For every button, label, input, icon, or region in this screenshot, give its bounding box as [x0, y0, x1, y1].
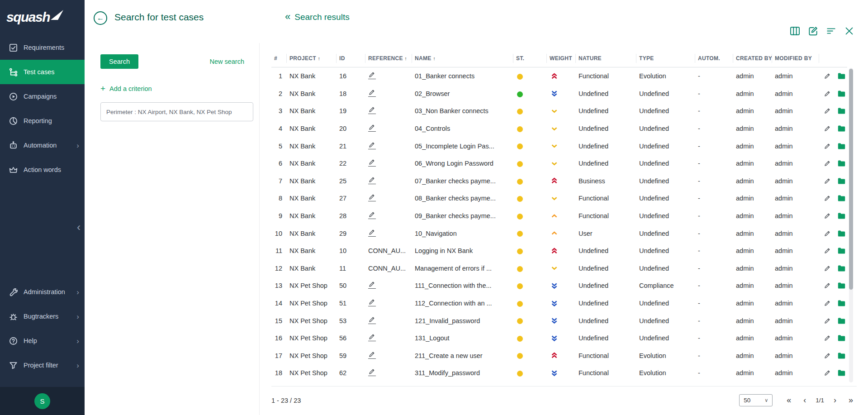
edit-reference-icon[interactable]	[368, 142, 376, 149]
cell-reference[interactable]	[365, 72, 412, 81]
sidebar-item-action-words[interactable]: Action words	[0, 157, 85, 182]
edit-reference-icon[interactable]	[368, 176, 376, 184]
table-scrollbar[interactable]	[849, 68, 853, 382]
table-row[interactable]: 10 NX Bank 29 10_Navigation User Undefin…	[271, 224, 847, 242]
edit-row-icon[interactable]	[824, 160, 830, 167]
sidebar-collapse-icon[interactable]: ‹	[77, 222, 81, 233]
edit-reference-icon[interactable]	[368, 334, 376, 341]
cell-name[interactable]: 02_Browser	[412, 90, 513, 97]
cell-reference[interactable]	[365, 316, 412, 325]
cell-name[interactable]: 211_Create a new user	[412, 352, 513, 359]
edit-row-icon[interactable]	[824, 125, 830, 132]
table-row[interactable]: 1 NX Bank 16 01_Banker connects Function…	[271, 67, 847, 85]
cell-reference[interactable]	[365, 106, 412, 115]
edit-reference-icon[interactable]	[368, 124, 376, 132]
edit-row-icon[interactable]	[824, 318, 830, 324]
edit-row-icon[interactable]	[824, 282, 830, 289]
new-search-link[interactable]: New search	[209, 58, 244, 65]
folder-icon[interactable]	[838, 73, 845, 79]
prev-page-button[interactable]: ‹	[799, 395, 811, 406]
edit-row-icon[interactable]	[824, 248, 830, 254]
squash-logo[interactable]: squash	[0, 0, 85, 34]
column-header-name[interactable]: NAME ↑	[412, 54, 513, 63]
sidebar-item-administration[interactable]: Administration ›	[0, 280, 85, 304]
folder-icon[interactable]	[838, 108, 845, 114]
column-header-st[interactable]: ST.	[513, 54, 547, 63]
close-icon[interactable]	[844, 26, 854, 36]
column-header-reference[interactable]: REFERENCE ↑	[365, 54, 412, 63]
cell-name[interactable]: 05_Incomplete Login Pas...	[412, 143, 513, 150]
sidebar-item-help[interactable]: Help ›	[0, 329, 85, 353]
folder-icon[interactable]	[838, 370, 845, 376]
folder-icon[interactable]	[838, 143, 845, 149]
sidebar-item-requirements[interactable]: Requirements	[0, 35, 85, 60]
table-row[interactable]: 7 NX Bank 25 07_Banker checks payme... B…	[271, 172, 847, 190]
cell-reference[interactable]	[365, 281, 412, 290]
sidebar-item-bugtrackers[interactable]: Bugtrackers ›	[0, 304, 85, 329]
cell-reference[interactable]	[365, 159, 412, 168]
folder-icon[interactable]	[838, 230, 845, 237]
search-button[interactable]: Search	[100, 54, 138, 69]
edit-reference-icon[interactable]	[368, 316, 376, 324]
columns-icon[interactable]	[790, 26, 800, 36]
table-row[interactable]: 17 NX Pet Shop 59 211_Create a new user …	[271, 347, 847, 365]
cell-name[interactable]: 09_Banker checks payme...	[412, 212, 513, 219]
cell-reference[interactable]	[365, 124, 412, 133]
cell-name[interactable]: 131_Logout	[412, 334, 513, 342]
column-header-[interactable]: #	[271, 54, 287, 63]
avatar[interactable]: S	[34, 393, 50, 409]
edit-row-icon[interactable]	[824, 370, 830, 376]
table-row[interactable]: 12 NX Bank 11 CONN_AU... Management of e…	[271, 260, 847, 277]
cell-name[interactable]: Management of errors if ...	[412, 265, 513, 272]
folder-icon[interactable]	[838, 178, 845, 184]
cell-name[interactable]: 311_Modify_password	[412, 369, 513, 377]
cell-name[interactable]: 04_Controls	[412, 125, 513, 132]
sidebar-item-test-cases[interactable]: Test cases	[0, 60, 85, 84]
page-size-select[interactable]: 50 ∨	[739, 394, 773, 406]
edit-row-icon[interactable]	[824, 300, 830, 306]
cell-reference[interactable]	[365, 229, 412, 238]
cell-reference[interactable]	[365, 334, 412, 343]
edit-reference-icon[interactable]	[368, 368, 376, 376]
folder-icon[interactable]	[838, 318, 845, 324]
edit-reference-icon[interactable]	[368, 89, 376, 97]
edit-reference-icon[interactable]	[368, 229, 376, 237]
edit-row-icon[interactable]	[824, 335, 830, 341]
edit-reference-icon[interactable]	[368, 299, 376, 306]
sidebar-item-project-filter[interactable]: Project filter ›	[0, 353, 85, 377]
cell-reference[interactable]	[365, 176, 412, 186]
table-row[interactable]: 2 NX Bank 18 02_Browser Undefined Undefi…	[271, 85, 847, 103]
filter-list-icon[interactable]	[826, 26, 836, 36]
edit-row-icon[interactable]	[824, 265, 830, 272]
add-criterion-button[interactable]: + Add a criterion	[100, 84, 152, 93]
column-header-autom[interactable]: AUTOM.	[695, 54, 733, 63]
column-header-type[interactable]: TYPE	[636, 54, 695, 63]
sidebar-item-reporting[interactable]: Reporting	[0, 109, 85, 133]
edit-reference-icon[interactable]	[368, 351, 376, 359]
sidebar-item-campaigns[interactable]: Campaigns	[0, 84, 85, 109]
folder-icon[interactable]	[838, 125, 845, 132]
back-button[interactable]: ←	[94, 11, 107, 25]
cell-name[interactable]: 01_Banker connects	[412, 72, 513, 80]
edit-reference-icon[interactable]	[368, 211, 376, 219]
folder-icon[interactable]	[838, 335, 845, 341]
table-row[interactable]: 13 NX Pet Shop 50 111_Connection with th…	[271, 277, 847, 295]
column-header-project[interactable]: PROJECT ↑	[287, 54, 337, 63]
table-row[interactable]: 11 NX Bank 10 CONN_AU... Logging in NX B…	[271, 242, 847, 260]
edit-row-icon[interactable]	[824, 195, 830, 201]
column-header-weight[interactable]: WEIGHT	[547, 54, 576, 63]
folder-icon[interactable]	[838, 353, 845, 359]
edit-reference-icon[interactable]	[368, 106, 376, 114]
first-page-button[interactable]: «	[783, 395, 795, 406]
cell-reference[interactable]	[365, 194, 412, 203]
cell-name[interactable]: 112_Connection with an ...	[412, 300, 513, 307]
edit-row-icon[interactable]	[824, 91, 830, 97]
column-header-created-by[interactable]: CREATED BY	[733, 54, 772, 63]
cell-reference[interactable]	[365, 142, 412, 151]
cell-name[interactable]: 07_Banker checks payme...	[412, 177, 513, 185]
search-results-header[interactable]: « Search results	[285, 12, 350, 22]
column-header-modified-by[interactable]: MODIFIED BY	[772, 54, 819, 63]
scrollbar-thumb[interactable]	[849, 69, 853, 290]
last-page-button[interactable]: »	[845, 395, 857, 406]
table-row[interactable]: 3 NX Bank 19 03_Non Banker connects Unde…	[271, 102, 847, 120]
